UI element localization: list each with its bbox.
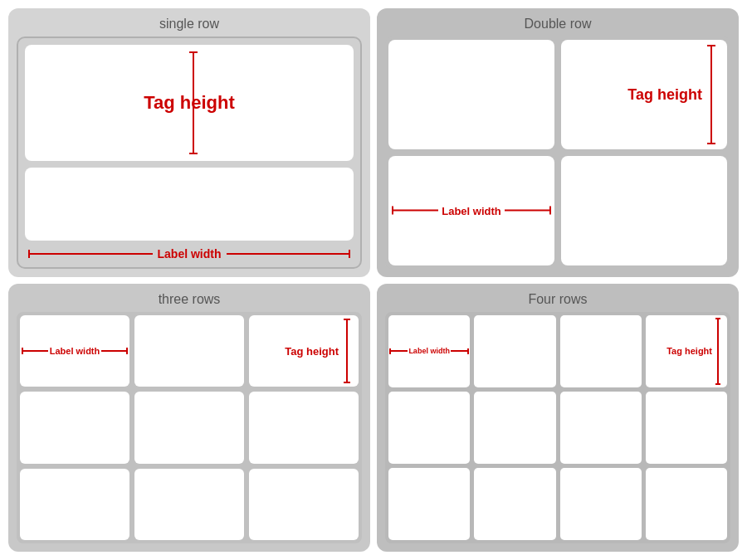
q4-cell-8 [646,392,727,464]
q2-cell-4 [561,156,727,265]
q2-label-width-arrow: Label width [392,204,551,217]
q2-cell-3: Label width [388,156,554,265]
q1-label-width-arrow: Label width [25,247,354,261]
q4-cell-4: Tag height [646,315,727,387]
q1-inner: Tag height Label width [17,37,362,269]
q1-top-label-box: Tag height [25,45,354,161]
q3-cell-1: Label width [20,315,129,387]
q4-cell-12 [646,468,727,540]
q4-cell-5 [388,392,470,464]
q3-cell-4 [20,392,129,464]
q4-title: Four rows [385,292,730,307]
q3-cell-3: Tag height [249,315,359,387]
quadrant-four-rows: Four rows Label width [377,284,739,553]
quadrant-double-row: Double row Tag height Label width [377,8,739,277]
q4-cell-7 [560,392,642,464]
quadrant-three-rows: three rows Label width [8,284,370,553]
q3-cell-9 [249,469,359,541]
q4-cell-10 [474,468,555,540]
q4-cell-1: Label width [388,315,470,387]
main-grid: single row Tag height La [0,0,747,560]
q2-cell-2: Tag height [561,40,727,149]
q3-cell-5 [134,392,244,464]
q3-label-width-arrow: Label width [22,346,128,356]
q1-label-width-label: Label width [153,247,227,261]
q4-cell-3 [560,315,642,387]
q4-label-width-arrow: Label width [389,347,469,355]
q3-tag-height-label: Tag height [285,344,339,357]
q4-label-width-label: Label width [408,347,451,355]
q2-label-width-label: Label width [438,204,505,217]
q4-tag-height-arrow [715,318,720,385]
q3-title: three rows [17,292,362,307]
q4-cell-9 [388,468,470,540]
q1-title: single row [17,17,362,32]
q3-inner: Label width Tag height [17,312,362,544]
q4-cell-11 [560,468,642,540]
q4-cell-2 [474,315,555,387]
q3-cell-2 [134,315,244,387]
q3-label-width-label: Label width [48,346,102,356]
q2-cell-1 [388,40,554,149]
q1-tag-height-label: Tag height [144,92,235,114]
q3-cell-6 [249,392,359,464]
q2-inner: Tag height Label width [385,37,730,269]
q4-tag-height-label: Tag height [666,346,712,356]
q4-inner: Label width Tag height [385,312,730,544]
q4-cell-6 [474,392,555,464]
q2-tag-height-label: Tag height [627,85,702,103]
q3-cell-8 [134,469,244,541]
q2-title: Double row [385,17,730,32]
q3-cell-7 [20,469,129,541]
q2-tag-height-arrow [707,45,715,144]
q1-bottom-label-box [25,168,354,241]
q3-tag-height-arrow [344,319,350,384]
quadrant-single-row: single row Tag height La [8,8,370,277]
